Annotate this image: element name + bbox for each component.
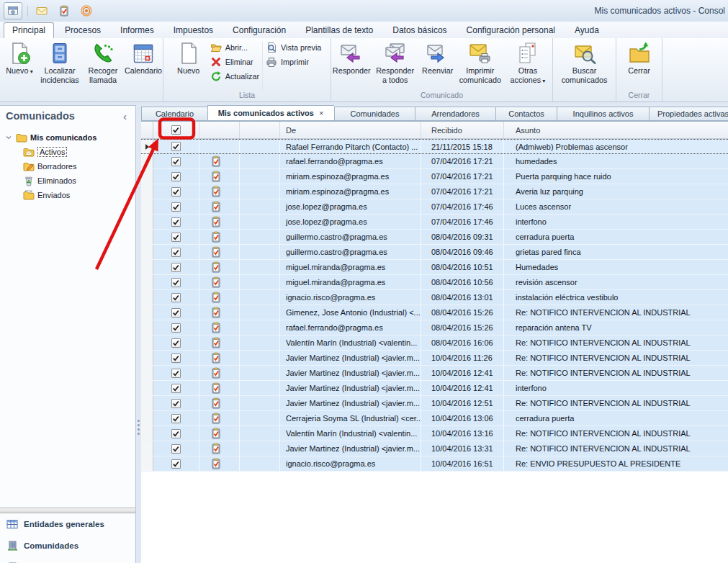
column-header-asunto[interactable]: Asunto	[504, 122, 728, 138]
row-checkbox[interactable]	[171, 369, 181, 378]
tree-item-borradores[interactable]: Borradores	[4, 159, 135, 174]
row-checkbox[interactable]	[171, 444, 181, 454]
ribbon-button-calendario[interactable]: Calendario	[125, 40, 162, 91]
row-checkbox[interactable]	[171, 338, 181, 348]
row-checkbox[interactable]	[171, 142, 181, 151]
ribbon-tab-informes[interactable]: Informes	[112, 22, 163, 38]
quick-access-broadcast-icon[interactable]	[78, 3, 95, 19]
column-header-de[interactable]: De	[280, 122, 421, 138]
sidebar-item-comunidades[interactable]: Comunidades	[0, 535, 135, 557]
ribbon-button-imprimir[interactable]: Imprimir	[266, 56, 321, 68]
row-checkbox[interactable]	[171, 414, 181, 423]
ribbon-tab-plantillas-de-texto[interactable]: Plantillas de texto	[297, 22, 382, 38]
ribbon-button-abrir[interactable]: Abrir...	[210, 42, 259, 53]
ribbon-button-buscar-comunicados[interactable]: Buscar comunicados	[558, 40, 611, 91]
table-row[interactable]: Gimenez, Jose Antonio (Industrial) <...0…	[141, 305, 728, 320]
tab-arrendadores[interactable]: Arrendadores	[415, 107, 495, 121]
table-row[interactable]: Javier Martinez (Industrial) <javier.m..…	[141, 396, 728, 411]
row-checkbox[interactable]	[171, 293, 181, 302]
table-row[interactable]: miriam.espinoza@pragma.es07/04/2016 17:2…	[141, 184, 728, 199]
ribbon-button-cerrar[interactable]: Cerrar	[621, 40, 658, 91]
tab-inquilinos-activos[interactable]: Inquilinos activos	[557, 107, 649, 121]
row-checkbox[interactable]	[171, 459, 181, 469]
table-row[interactable]: Valentín Marín (Industrial) <valentin...…	[141, 335, 728, 351]
ribbon-tab-configuracion-personal[interactable]: Configuración personal	[458, 22, 564, 38]
ribbon-button-localizar-incidencias[interactable]: Localizar incidencias	[38, 40, 81, 91]
table-row[interactable]: Javier Martinez (Industrial) <javier.m..…	[141, 381, 728, 396]
ribbon-button-recoger-llamada[interactable]: Recoger llamada	[81, 40, 125, 91]
panel-splitter[interactable]	[136, 105, 141, 563]
ribbon-button-nuevo[interactable]: Nuevo ▾	[1, 40, 38, 91]
quick-access-clipboard-check-icon[interactable]	[55, 3, 73, 19]
tree-item-eliminados[interactable]: Eliminados	[4, 174, 135, 188]
row-checkbox[interactable]	[171, 308, 181, 317]
ribbon-tab-principal[interactable]: Principal	[4, 22, 54, 38]
row-checkbox[interactable]	[171, 202, 181, 212]
collapse-panel-icon[interactable]: ‹	[120, 111, 130, 122]
ribbon-tab-ayuda[interactable]: Ayuda	[566, 22, 608, 38]
table-row[interactable]: Javier Martinez (Industrial) <javier.m..…	[141, 366, 728, 381]
ribbon-button-responder-a-todos[interactable]: Responder a todos	[372, 40, 419, 91]
tab-calendario[interactable]: Calendario	[141, 107, 207, 121]
ribbon-tab-datos-basicos[interactable]: Datos básicos	[384, 22, 455, 38]
tree-item-activos[interactable]: Activos	[4, 145, 135, 159]
select-all-checkbox[interactable]	[171, 125, 181, 135]
ribbon-button-nuevo[interactable]: Nuevo	[170, 40, 207, 91]
ribbon-button-otras-acciones[interactable]: Otras acciones ▾	[504, 40, 552, 91]
row-checkbox[interactable]	[171, 399, 181, 408]
tab-contactos[interactable]: Contactos	[495, 107, 557, 121]
ribbon-tab-impuestos[interactable]: Impuestos	[165, 22, 222, 38]
row-checkbox[interactable]	[171, 172, 181, 181]
ribbon-button-actualizar[interactable]: Actualizar	[210, 71, 259, 82]
row-checkbox[interactable]	[171, 187, 181, 197]
ribbon-button-imprimir-comunicado[interactable]: Imprimir comunicado	[457, 40, 504, 91]
ribbon-button-responder[interactable]: Responder	[332, 40, 372, 91]
ribbon-button-vista-previa[interactable]: Vista previa	[266, 42, 321, 53]
table-row[interactable]: miriam.espinoza@pragma.es07/04/2016 17:2…	[141, 169, 728, 184]
ribbon-button-reenviar[interactable]: Reenviar	[419, 40, 457, 91]
tab-comunidades[interactable]: Comunidades	[334, 107, 415, 121]
table-row[interactable]: ignacio.risco@pragma.es10/04/2016 16:51R…	[141, 456, 728, 472]
row-checkbox[interactable]	[171, 429, 181, 438]
table-row[interactable]: ignacio.risco@pragma.es08/04/2016 13:01i…	[141, 290, 728, 305]
row-checkbox[interactable]	[171, 384, 181, 393]
column-header-recibido[interactable]: Recibido	[421, 122, 504, 138]
tree-item-mis-comunicados[interactable]: Mis comunicados	[4, 130, 135, 145]
ribbon-tab-configuracion[interactable]: Configuración	[224, 22, 295, 38]
table-row[interactable]: miguel.miranda@pragma.es08/04/2016 10:56…	[141, 275, 728, 290]
table-row[interactable]: guillermo.castro@pragma.es08/04/2016 09:…	[141, 245, 728, 260]
ribbon-tab-procesos[interactable]: Procesos	[56, 22, 109, 38]
tree-item-enviados[interactable]: Enviados	[4, 188, 135, 202]
tab-mis-comunicados-activos[interactable]: Mis comunicados activos×	[207, 105, 334, 121]
sidebar-item-alquileres[interactable]: Alquileres	[0, 557, 135, 563]
row-checkbox[interactable]	[171, 248, 181, 257]
row-checkbox[interactable]	[171, 278, 181, 287]
quick-access-app-icon[interactable]	[4, 2, 22, 19]
cell-subject: revisión ascensor	[504, 275, 728, 289]
sidebar-splitter[interactable]	[0, 508, 135, 513]
sidebar-item-entidades-generales[interactable]: Entidades generales	[0, 513, 135, 535]
table-row[interactable]: jose.lopez@pragma.es07/04/2016 17:46inte…	[141, 215, 728, 230]
row-checkbox[interactable]	[171, 263, 181, 272]
table-row[interactable]: Cerrajeria Soyma SL (Industrial) <cer...…	[141, 411, 728, 426]
table-row[interactable]: guillermo.castro@pragma.es08/04/2016 09:…	[141, 230, 728, 245]
row-checkbox[interactable]	[171, 353, 181, 363]
row-checkbox[interactable]	[171, 233, 181, 242]
row-checkbox[interactable]	[171, 323, 181, 333]
quick-access-mail-icon[interactable]	[33, 3, 50, 19]
table-row[interactable]: rafael.ferrando@pragma.es08/04/2016 15:2…	[141, 320, 728, 335]
table-row[interactable]: rafael.ferrando@pragma.es07/04/2016 17:2…	[141, 154, 728, 169]
communications-grid: De Recibido Asunto Rafael Ferrando Pitar…	[141, 121, 728, 563]
table-row[interactable]: jose.lopez@pragma.es07/04/2016 17:46Luce…	[141, 199, 728, 215]
table-row[interactable]: Valentín Marín (Industrial) <valentin...…	[141, 426, 728, 441]
row-checkbox[interactable]	[171, 217, 181, 227]
close-icon[interactable]: ×	[318, 109, 324, 117]
chevron-down-icon[interactable]	[4, 133, 13, 142]
table-row[interactable]: Javier Martinez (Industrial) <javier.m..…	[141, 441, 728, 456]
tab-propiedades-activas[interactable]: Propiedades activas	[649, 107, 728, 121]
table-row[interactable]: Javier Martinez (Industrial) <javier.m..…	[141, 351, 728, 366]
row-checkbox[interactable]	[171, 157, 181, 166]
ribbon-button-eliminar[interactable]: Eliminar	[210, 56, 259, 68]
table-row[interactable]: miguel.miranda@pragma.es08/04/2016 10:51…	[141, 260, 728, 275]
table-row[interactable]: Rafael Ferrando Pitarch (Contacto) ...21…	[141, 139, 728, 154]
